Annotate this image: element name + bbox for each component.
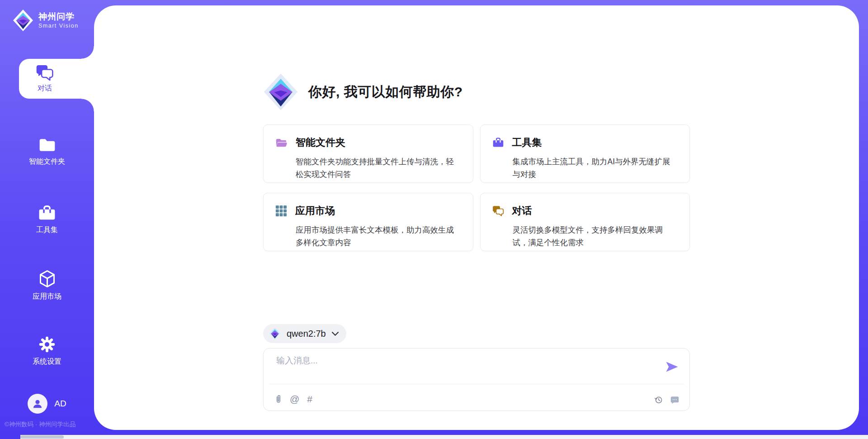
chat-icon: [36, 64, 54, 81]
card-description: 应用市场提供丰富长文本模板，助力高效生成多样化文章内容: [296, 224, 461, 249]
sidebar-item-label: 对话: [38, 84, 52, 93]
brand-diamond-icon: [13, 9, 33, 32]
user-profile[interactable]: AD: [0, 394, 94, 414]
sidebar-item-label: 系统设置: [33, 357, 61, 367]
sidebar-item-toolset[interactable]: 工具集: [0, 205, 94, 235]
chevron-down-icon: [332, 332, 339, 336]
model-diamond-icon: [269, 327, 281, 340]
folder-open-icon: [275, 137, 288, 148]
main-content-panel: 你好, 我可以如何帮助你? 智能文件夹 智能文件夹功能支持批量文件上传与清洗，轻…: [94, 5, 859, 430]
folder-icon: [38, 137, 56, 153]
app-window: 神州问学 Smart Vision 你好, 我可以如何帮助你?: [0, 0, 868, 439]
toolbox-icon: [38, 205, 56, 221]
chat-icon: [492, 205, 504, 216]
toolbox-icon: [492, 137, 504, 148]
paperclip-icon[interactable]: [275, 394, 282, 405]
brand-subtitle: Smart Vision: [38, 23, 79, 29]
card-description: 智能文件夹功能支持批量文件上传与清洗，轻松实现文件问答: [296, 155, 461, 181]
card-description: 集成市场上主流工具，助力AI与外界无缝扩展与对接: [513, 155, 678, 181]
user-initials: AD: [54, 399, 66, 409]
send-icon[interactable]: [665, 361, 679, 372]
copyright-text: ©神州数码 · 神州问学出品: [5, 420, 75, 429]
assistant-diamond-icon: [263, 73, 298, 111]
sidebar-item-app-market[interactable]: 应用市场: [0, 270, 94, 301]
model-name: qwen2:7b: [287, 329, 326, 339]
card-title: 对话: [512, 204, 532, 218]
cube-icon: [39, 270, 56, 288]
scrollbar-thumb[interactable]: [20, 435, 64, 439]
chat-toggle-icon[interactable]: [670, 396, 679, 405]
sidebar-item-label: 应用市场: [33, 292, 61, 301]
sidebar-item-smart-folder[interactable]: 智能文件夹: [0, 137, 94, 167]
greeting-text: 你好, 我可以如何帮助你?: [308, 83, 463, 101]
sidebar-item-settings[interactable]: 系统设置: [0, 336, 94, 367]
hash-icon[interactable]: #: [307, 394, 312, 404]
model-selector[interactable]: qwen2:7b: [263, 324, 346, 343]
message-composer: @ #: [263, 348, 690, 411]
grid-icon: [275, 205, 287, 217]
sidebar-item-label: 工具集: [36, 225, 58, 235]
feature-cards-grid: 智能文件夹 智能文件夹功能支持批量文件上传与清洗，轻松实现文件问答: [263, 124, 690, 251]
feature-card-smart-folder[interactable]: 智能文件夹 智能文件夹功能支持批量文件上传与清洗，轻松实现文件问答: [263, 124, 473, 183]
greeting-block: 你好, 我可以如何帮助你?: [263, 5, 690, 111]
card-title: 应用市场: [295, 204, 335, 218]
message-input[interactable]: [275, 355, 684, 366]
feature-card-chat[interactable]: 对话 灵活切换多模型文件，支持多样回复效果调试，满足个性化需求: [480, 193, 690, 251]
card-title: 智能文件夹: [296, 136, 345, 149]
composer-divider: [269, 384, 684, 384]
sidebar-item-label: 智能文件夹: [29, 157, 65, 167]
horizontal-scrollbar[interactable]: [20, 435, 868, 439]
brand-name: 神州问学: [38, 12, 79, 22]
mention-icon[interactable]: @: [290, 394, 299, 404]
brand-logo: 神州问学 Smart Vision: [13, 9, 79, 32]
feature-card-app-market[interactable]: 应用市场 应用市场提供丰富长文本模板，助力高效生成多样化文章内容: [263, 193, 473, 251]
person-icon: [32, 398, 43, 410]
avatar: [28, 394, 47, 414]
feature-card-toolset[interactable]: 工具集 集成市场上主流工具，助力AI与外界无缝扩展与对接: [480, 124, 690, 183]
card-description: 灵活切换多模型文件，支持多样回复效果调试，满足个性化需求: [513, 224, 678, 249]
sidebar-item-chat[interactable]: 对话: [19, 59, 94, 99]
gear-icon: [38, 336, 56, 353]
history-icon[interactable]: [654, 395, 663, 405]
card-title: 工具集: [512, 136, 542, 149]
composer-area: qwen2:7b: [263, 324, 690, 411]
